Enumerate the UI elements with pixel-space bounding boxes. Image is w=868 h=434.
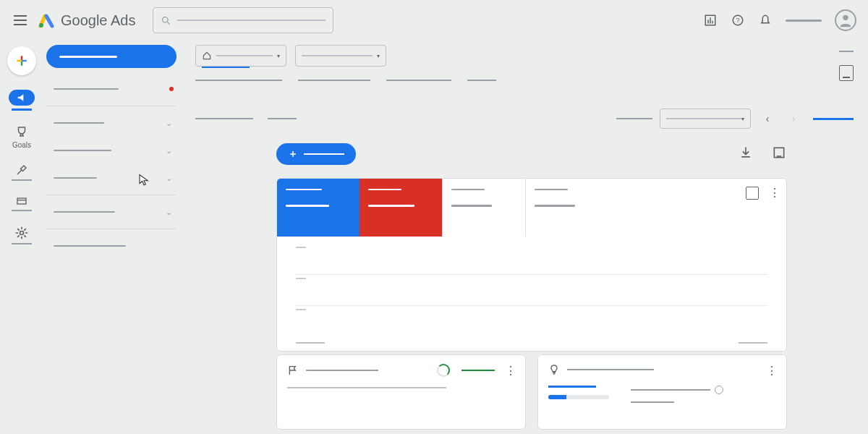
side-nav: ⌄ ⌄ ⌄ ⌄ xyxy=(46,41,176,260)
search-placeholder xyxy=(177,20,326,21)
notifications-icon[interactable] xyxy=(758,13,773,27)
account-avatar[interactable] xyxy=(835,9,856,31)
x-tick-end xyxy=(739,342,767,344)
search-input[interactable] xyxy=(153,7,333,33)
optimization-card: ⋮ xyxy=(276,354,526,430)
header-actions: ? xyxy=(703,9,856,31)
scorecard-cost[interactable] xyxy=(526,179,608,237)
caret-down-icon: ▾ xyxy=(277,53,280,59)
chevron-down-icon: ⌄ xyxy=(166,208,172,217)
sidenav-item-recommendations[interactable] xyxy=(46,75,176,103)
download-icon[interactable] xyxy=(738,145,754,161)
lightbulb-icon xyxy=(548,364,560,375)
lower-cards: ⋮ ⋮ xyxy=(276,354,787,430)
crumb-item[interactable] xyxy=(386,80,451,81)
menu-icon[interactable] xyxy=(12,12,29,29)
scorecard-clicks[interactable] xyxy=(277,179,359,237)
recommendations-card: ⋮ xyxy=(537,354,787,430)
gear-icon xyxy=(14,226,29,240)
scope-selectors: ▾ ▾ xyxy=(195,45,854,67)
plus-icon: ＋ xyxy=(288,148,298,161)
rail-item-goals[interactable]: Goals xyxy=(12,125,31,149)
account-label xyxy=(786,20,822,22)
reports-icon[interactable] xyxy=(703,13,718,27)
breadcrumb xyxy=(195,80,496,81)
crumb-item[interactable] xyxy=(467,80,496,81)
product-name: Google Ads xyxy=(61,12,135,29)
more-vert-icon[interactable]: ⋮ xyxy=(505,364,516,378)
left-rail: Goals xyxy=(0,41,43,244)
right-rail xyxy=(839,51,854,81)
crumb-item[interactable] xyxy=(298,80,370,81)
help-icon[interactable]: ? xyxy=(731,13,745,27)
google-ads-logo-icon xyxy=(38,12,55,29)
home-icon xyxy=(202,51,212,61)
svg-point-1 xyxy=(163,17,169,22)
svg-text:?: ? xyxy=(736,17,739,24)
scorecard-impressions[interactable] xyxy=(359,179,442,237)
more-vert-icon[interactable]: ⋮ xyxy=(766,364,778,378)
main-content: ＋ xyxy=(276,143,787,352)
more-vert-icon[interactable]: ⋮ xyxy=(769,186,779,200)
loading-status xyxy=(461,370,495,371)
date-range-selector[interactable]: ▾ xyxy=(660,109,751,129)
svg-point-16 xyxy=(20,231,24,235)
right-rail-line xyxy=(839,51,854,52)
product-logo[interactable]: Google Ads xyxy=(38,12,135,29)
card-title xyxy=(567,369,654,370)
rail-item-campaigns[interactable] xyxy=(9,90,35,111)
sidenav-active-item[interactable] xyxy=(46,45,176,68)
scorecard-row: ⋮ xyxy=(277,179,786,237)
expand-icon[interactable] xyxy=(771,145,787,161)
plus-multicolor-icon xyxy=(14,54,29,68)
caret-down-icon: ▾ xyxy=(741,116,744,122)
chevron-down-icon: ⌄ xyxy=(166,174,172,183)
view-label xyxy=(195,118,253,119)
crumb-item[interactable] xyxy=(195,80,282,81)
col-value xyxy=(631,401,674,403)
sidenav-item-ads[interactable]: ⌄ xyxy=(46,198,176,226)
create-button[interactable] xyxy=(7,46,36,75)
card-title xyxy=(306,370,378,371)
svg-point-0 xyxy=(39,23,43,27)
person-icon xyxy=(838,12,854,28)
trend-chart xyxy=(277,237,786,351)
progress-label xyxy=(548,386,596,388)
notification-dot-icon xyxy=(169,87,174,91)
loading-spinner-icon xyxy=(437,364,450,377)
date-label xyxy=(616,118,652,119)
scorecard-cpc[interactable] xyxy=(443,179,525,237)
search-icon xyxy=(161,15,171,26)
svg-rect-14 xyxy=(17,198,26,204)
rail-item-tools[interactable] xyxy=(12,163,32,181)
campaign-selector[interactable]: ▾ xyxy=(295,45,386,67)
account-selector[interactable]: ▾ xyxy=(195,45,286,67)
megaphone-icon xyxy=(16,93,27,103)
date-prev-button[interactable]: ‹ xyxy=(758,109,777,128)
svg-point-9 xyxy=(843,15,848,20)
sidenav-item-campaigns[interactable]: ⌄ xyxy=(46,137,176,164)
svg-rect-4 xyxy=(707,20,709,23)
rail-item-admin[interactable] xyxy=(12,226,32,244)
save-view-icon[interactable] xyxy=(839,65,854,81)
chevron-down-icon: ⌄ xyxy=(166,146,172,156)
sidenav-item-audiences[interactable] xyxy=(46,232,176,260)
trophy-icon xyxy=(14,125,29,138)
tools-icon xyxy=(14,163,29,176)
rail-item-billing[interactable] xyxy=(12,195,32,211)
overview-card: ⋮ xyxy=(276,178,787,352)
flag-icon xyxy=(287,365,299,376)
new-campaign-button[interactable]: ＋ xyxy=(276,143,356,165)
sidenav-item-insights[interactable]: ⌄ xyxy=(46,109,176,137)
caret-down-icon: ▾ xyxy=(377,53,380,59)
chart-settings-icon[interactable] xyxy=(746,187,759,200)
y-tick xyxy=(296,278,306,279)
billing-icon xyxy=(14,195,29,207)
date-next-button[interactable]: › xyxy=(784,109,803,128)
sidenav-item-adgroups[interactable]: ⌄ xyxy=(46,164,176,192)
card-body-text xyxy=(287,387,446,388)
svg-rect-5 xyxy=(710,17,711,23)
chevron-down-icon: ⌄ xyxy=(166,119,172,128)
filter-label xyxy=(268,118,297,119)
info-icon[interactable] xyxy=(715,386,723,394)
